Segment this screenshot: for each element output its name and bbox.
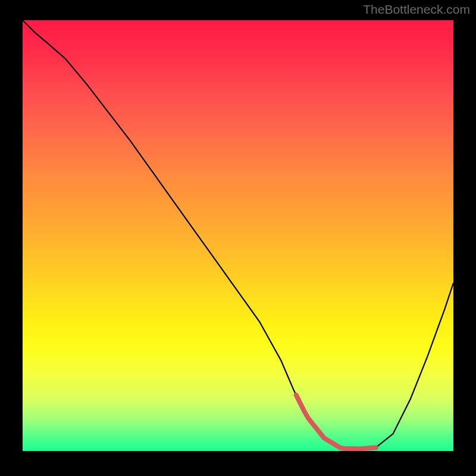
- chart-plot-area: [23, 20, 453, 451]
- watermark-text: TheBottleneck.com: [363, 2, 470, 17]
- chart-curve: [23, 20, 453, 449]
- chart-highlight-segment: [296, 395, 376, 449]
- chart-svg: [23, 20, 453, 451]
